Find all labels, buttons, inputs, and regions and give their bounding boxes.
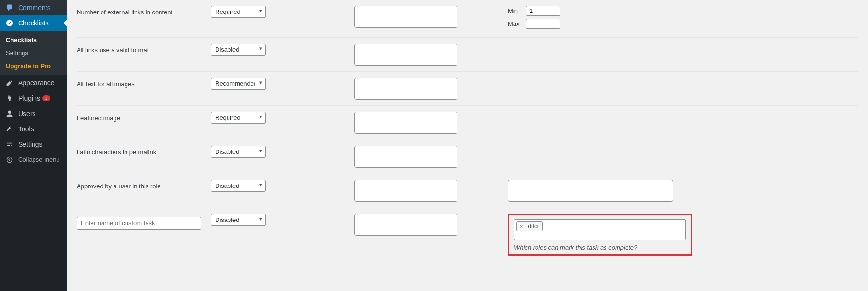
row-external-links: Number of external links in content Requ… [77, 0, 858, 38]
admin-sidebar: Comments Checklists Checklists Settings … [0, 0, 67, 291]
appearance-icon [5, 79, 14, 87]
min-label: Min [508, 7, 522, 14]
row-featured: Featured image Required [77, 106, 858, 140]
collapse-label: Collapse menu [18, 156, 60, 163]
roles-box-alt-text[interactable] [354, 78, 457, 100]
submenu-settings-item[interactable]: Settings [0, 47, 67, 59]
menu-checklists-label: Checklists [18, 19, 49, 27]
row-valid-links: All links use a valid format Disabled [77, 38, 858, 72]
row-latin: Latin characters in permalink Disabled [77, 140, 858, 174]
row-approved: Approved by a user in this role Disabled [77, 174, 858, 208]
submenu-checklists: Checklists Settings Upgrade to Pro [0, 31, 67, 75]
submenu-checklists-item[interactable]: Checklists [0, 34, 67, 47]
select-latin[interactable]: Disabled [211, 146, 266, 158]
select-featured[interactable]: Required [211, 112, 266, 124]
row-alt-text: Alt text for all images Recommended [77, 72, 858, 106]
select-external-links[interactable]: Required [211, 6, 266, 18]
label-external-links: Number of external links in content [77, 6, 211, 16]
label-alt-text: Alt text for all images [77, 78, 211, 88]
select-valid-links[interactable]: Disabled [211, 44, 266, 56]
highlight-roles-box: × Editor Which roles can mark this task … [508, 214, 692, 256]
menu-tools-label: Tools [18, 125, 34, 133]
comments-icon [5, 4, 14, 12]
settings-icon [5, 140, 14, 148]
label-valid-links: All links use a valid format [77, 44, 211, 54]
main-content: Number of external links in content Requ… [67, 0, 868, 291]
checklists-icon [5, 19, 14, 27]
menu-appearance-label: Appearance [18, 79, 55, 87]
menu-checklists[interactable]: Checklists [0, 15, 67, 31]
roles-box-valid-links[interactable] [354, 44, 457, 66]
roles-box-custom[interactable] [354, 214, 457, 236]
menu-settings-label: Settings [18, 140, 43, 148]
plugins-badge: 1 [42, 95, 50, 101]
remove-tag-icon[interactable]: × [520, 223, 523, 229]
max-input[interactable] [526, 19, 560, 29]
text-cursor [545, 223, 545, 232]
plugins-icon [5, 94, 14, 102]
collapse-menu[interactable]: Collapse menu [0, 152, 67, 167]
select-approved[interactable]: Disabled [211, 180, 266, 192]
roles-tag-input[interactable]: × Editor [514, 219, 686, 240]
menu-plugins[interactable]: Plugins 1 [0, 91, 67, 106]
submenu-upgrade-item[interactable]: Upgrade to Pro [0, 59, 67, 72]
users-icon [5, 110, 14, 117]
roles-box-latin[interactable] [354, 146, 457, 168]
tools-icon [5, 125, 14, 133]
label-latin: Latin characters in permalink [77, 146, 211, 156]
menu-tools[interactable]: Tools [0, 121, 67, 137]
min-input[interactable] [526, 6, 560, 16]
collapse-icon [5, 156, 14, 163]
menu-settings[interactable]: Settings [0, 137, 67, 152]
tag-label: Editor [524, 223, 539, 230]
select-alt-text[interactable]: Recommended [211, 78, 266, 90]
svg-point-2 [7, 157, 12, 162]
roles-box-featured[interactable] [354, 112, 457, 134]
row-custom: Disabled × Editor Which roles can mark t… [77, 208, 858, 261]
select-custom[interactable]: Disabled [211, 214, 266, 226]
roles-box-approved[interactable] [354, 180, 457, 202]
menu-users[interactable]: Users [0, 106, 67, 121]
roles-help-text: Which roles can mark this task as comple… [514, 244, 686, 251]
menu-comments[interactable]: Comments [0, 0, 67, 15]
label-approved: Approved by a user in this role [77, 180, 211, 190]
tag-editor: × Editor [516, 221, 543, 231]
approved-roles-box[interactable] [508, 180, 673, 202]
menu-plugins-label: Plugins [18, 94, 40, 102]
max-label: Max [508, 20, 522, 27]
custom-task-input[interactable] [77, 217, 201, 230]
menu-comments-label: Comments [18, 4, 51, 12]
roles-box-external-links[interactable] [354, 6, 457, 28]
svg-point-1 [8, 111, 11, 114]
label-featured: Featured image [77, 112, 211, 122]
menu-appearance[interactable]: Appearance [0, 75, 67, 91]
menu-users-label: Users [18, 110, 36, 117]
